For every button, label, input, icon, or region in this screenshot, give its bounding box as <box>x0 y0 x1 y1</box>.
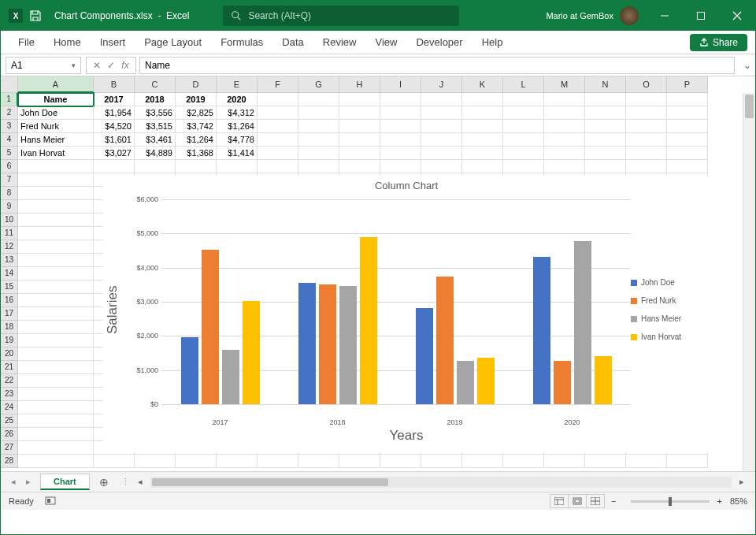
cell[interactable] <box>18 254 94 267</box>
row-header[interactable]: 23 <box>1 388 18 401</box>
accept-formula-icon[interactable]: ✓ <box>104 60 118 71</box>
column-header[interactable]: B <box>94 76 135 93</box>
row-header[interactable]: 13 <box>1 254 18 267</box>
cell[interactable] <box>380 455 421 468</box>
column-header[interactable]: H <box>339 76 380 93</box>
cell[interactable] <box>626 455 667 468</box>
cell[interactable] <box>380 93 421 106</box>
cell[interactable] <box>298 120 339 133</box>
row-header[interactable]: 16 <box>1 294 18 307</box>
column-header[interactable]: A <box>18 76 94 93</box>
cell[interactable] <box>585 133 626 147</box>
cell[interactable]: $4,312 <box>217 106 258 120</box>
expand-formula-icon[interactable]: ⌄ <box>739 60 755 71</box>
cell[interactable] <box>217 455 258 468</box>
row-header[interactable]: 14 <box>1 267 18 281</box>
row-header[interactable]: 28 <box>1 455 18 468</box>
cell[interactable] <box>94 455 135 468</box>
cell[interactable] <box>503 93 544 106</box>
cell[interactable]: Hans Meier <box>18 133 94 147</box>
cell[interactable]: Fred Nurk <box>18 120 94 133</box>
cell[interactable] <box>217 160 258 173</box>
cell[interactable]: $1,264 <box>176 133 217 147</box>
column-header[interactable]: G <box>298 76 339 93</box>
cell[interactable] <box>585 93 626 106</box>
cell[interactable] <box>258 106 298 120</box>
cell[interactable] <box>380 120 421 133</box>
horizontal-scrollbar[interactable] <box>150 477 732 488</box>
cell[interactable] <box>339 147 380 160</box>
cell[interactable] <box>462 147 503 160</box>
cell[interactable] <box>544 160 585 173</box>
cell[interactable] <box>421 133 462 147</box>
cell[interactable] <box>421 160 462 173</box>
cell[interactable] <box>18 441 94 455</box>
cell[interactable] <box>667 160 708 173</box>
cell[interactable] <box>667 106 708 120</box>
column-header[interactable]: P <box>667 76 708 93</box>
row-header[interactable]: 21 <box>1 361 18 374</box>
cell[interactable] <box>585 455 626 468</box>
column-header[interactable]: E <box>217 76 258 93</box>
name-box[interactable]: A1 ▾ <box>6 57 81 74</box>
cell[interactable] <box>298 106 339 120</box>
cell[interactable] <box>544 120 585 133</box>
cell[interactable] <box>544 106 585 120</box>
cell[interactable]: 2019 <box>176 93 217 106</box>
cell[interactable] <box>421 93 462 106</box>
cell[interactable]: $1,264 <box>217 120 258 133</box>
hscroll-left-icon[interactable]: ◂ <box>135 477 146 487</box>
row-header[interactable]: 10 <box>1 214 18 227</box>
sheet-prev-icon[interactable]: ◂ <box>11 477 16 487</box>
row-header[interactable]: 5 <box>1 147 18 160</box>
cell[interactable] <box>258 120 298 133</box>
row-header[interactable]: 4 <box>1 133 18 147</box>
cell[interactable] <box>18 214 94 227</box>
cell[interactable]: $3,027 <box>94 147 135 160</box>
select-all-corner[interactable] <box>1 76 18 93</box>
row-header[interactable]: 19 <box>1 334 18 347</box>
maximize-button[interactable] <box>683 1 719 31</box>
ribbon-tab-home[interactable]: Home <box>44 36 91 48</box>
zoom-level[interactable]: 85% <box>730 496 747 506</box>
cell[interactable]: $4,889 <box>135 147 176 160</box>
cell[interactable] <box>380 147 421 160</box>
cell[interactable] <box>626 93 667 106</box>
row-header[interactable]: 24 <box>1 401 18 414</box>
cell[interactable] <box>18 334 94 347</box>
cell[interactable] <box>421 455 462 468</box>
ribbon-tab-data[interactable]: Data <box>272 36 313 48</box>
cell[interactable] <box>544 93 585 106</box>
column-header[interactable]: D <box>176 76 217 93</box>
cell[interactable] <box>18 294 94 307</box>
cell[interactable]: $3,556 <box>135 106 176 120</box>
cell[interactable] <box>380 106 421 120</box>
cell[interactable] <box>339 160 380 173</box>
cell[interactable] <box>18 361 94 374</box>
cell[interactable] <box>503 120 544 133</box>
ribbon-tab-formulas[interactable]: Formulas <box>211 36 272 48</box>
cell[interactable] <box>258 455 298 468</box>
save-icon[interactable] <box>29 9 42 22</box>
cell[interactable] <box>135 160 176 173</box>
cell[interactable] <box>18 173 94 187</box>
embedded-chart[interactable]: Column Chart Salaries $0$1,000$2,000$3,0… <box>103 176 710 452</box>
cell[interactable] <box>298 160 339 173</box>
cell[interactable] <box>667 93 708 106</box>
cell[interactable] <box>258 133 298 147</box>
row-header[interactable]: 3 <box>1 120 18 133</box>
row-header[interactable]: 12 <box>1 240 18 254</box>
ribbon-tab-developer[interactable]: Developer <box>406 36 472 48</box>
cell[interactable] <box>462 106 503 120</box>
search-box[interactable]: Search (Alt+Q) <box>223 6 459 26</box>
column-header[interactable]: O <box>626 76 667 93</box>
cell[interactable] <box>585 147 626 160</box>
cell[interactable]: Name <box>18 93 94 106</box>
cell[interactable]: $3,461 <box>135 133 176 147</box>
cell[interactable] <box>298 455 339 468</box>
cell[interactable] <box>298 133 339 147</box>
hscroll-right-icon[interactable]: ▸ <box>736 477 747 487</box>
cell[interactable] <box>258 147 298 160</box>
cell[interactable] <box>503 106 544 120</box>
cell[interactable] <box>626 106 667 120</box>
